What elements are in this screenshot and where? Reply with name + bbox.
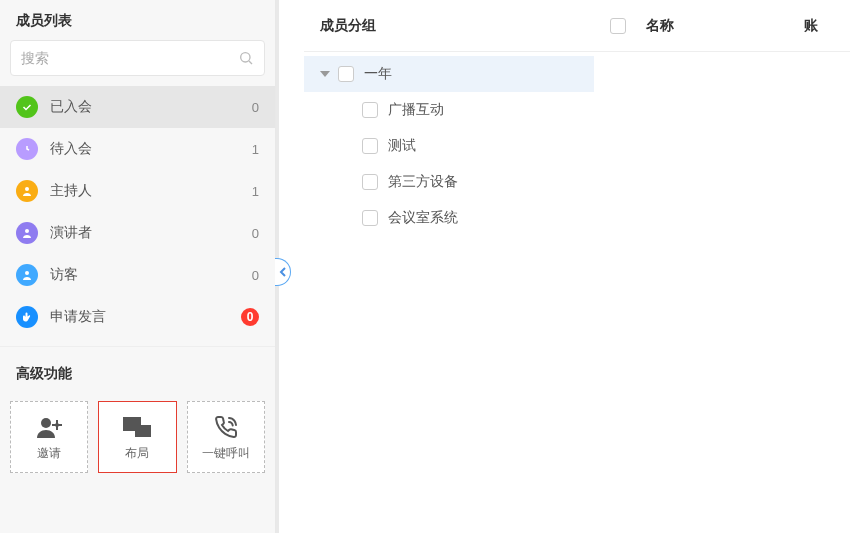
tree-child-row[interactable]: 第三方设备	[304, 164, 594, 200]
category-count-badge: 0	[241, 308, 259, 326]
tree-child-row[interactable]: 广播互动	[304, 92, 594, 128]
sidebar-title: 成员列表	[0, 0, 275, 40]
group-panel: 成员分组 一年 广播互动 测试	[304, 0, 594, 533]
tree-children: 广播互动 测试 第三方设备 会议室系统	[304, 92, 594, 236]
column-name: 名称	[640, 17, 790, 35]
select-all-checkbox[interactable]	[610, 18, 626, 34]
category-label: 申请发言	[50, 308, 241, 326]
category-label: 演讲者	[50, 224, 252, 242]
checkbox[interactable]	[362, 102, 378, 118]
checkbox[interactable]	[338, 66, 354, 82]
invite-button[interactable]: 邀请	[10, 401, 88, 473]
clock-icon	[16, 138, 38, 160]
tree-root-row[interactable]: 一年	[304, 56, 594, 92]
checkbox[interactable]	[362, 138, 378, 154]
category-pending[interactable]: 待入会 1	[0, 128, 275, 170]
panel-divider	[276, 0, 304, 533]
search-wrap	[0, 40, 275, 86]
tree-label: 会议室系统	[388, 209, 458, 227]
svg-marker-11	[320, 71, 330, 77]
advanced-actions: 邀请 布局 一键呼叫	[0, 393, 275, 473]
layout-button[interactable]: 布局	[98, 401, 176, 473]
category-count: 0	[252, 268, 259, 283]
tree-label: 一年	[364, 65, 392, 83]
search-icon[interactable]	[238, 50, 254, 66]
svg-point-3	[25, 229, 29, 233]
guest-icon	[16, 264, 38, 286]
action-label: 一键呼叫	[202, 445, 250, 462]
svg-point-4	[25, 271, 29, 275]
table-header: 名称 账	[594, 0, 850, 52]
speaker-icon	[16, 222, 38, 244]
category-speaker[interactable]: 演讲者 0	[0, 212, 275, 254]
category-guest[interactable]: 访客 0	[0, 254, 275, 296]
category-list: 已入会 0 待入会 1 主持人 1 演讲者	[0, 86, 275, 338]
svg-point-0	[241, 53, 250, 62]
user-icon	[16, 180, 38, 202]
chevron-down-icon[interactable]	[318, 69, 332, 79]
search-input[interactable]	[21, 50, 238, 66]
action-label: 布局	[125, 445, 149, 462]
tree-child-row[interactable]: 测试	[304, 128, 594, 164]
tree-child-row[interactable]: 会议室系统	[304, 200, 594, 236]
call-all-button[interactable]: 一键呼叫	[187, 401, 265, 473]
svg-point-2	[25, 187, 29, 191]
invite-icon	[36, 413, 62, 441]
hand-icon	[16, 306, 38, 328]
category-host[interactable]: 主持人 1	[0, 170, 275, 212]
svg-line-1	[249, 61, 252, 64]
category-count: 0	[252, 226, 259, 241]
phone-icon	[214, 413, 238, 441]
category-joined[interactable]: 已入会 0	[0, 86, 275, 128]
category-count: 1	[252, 184, 259, 199]
category-label: 访客	[50, 266, 252, 284]
svg-rect-8	[52, 424, 62, 426]
category-label: 主持人	[50, 182, 252, 200]
tree-label: 测试	[388, 137, 416, 155]
svg-point-5	[41, 418, 51, 428]
layout-icon	[123, 413, 151, 441]
group-tree: 一年 广播互动 测试 第三方设备	[304, 52, 594, 236]
main-area: 成员分组 一年 广播互动 测试	[304, 0, 850, 533]
table-panel: 名称 账	[594, 0, 850, 533]
tree-label: 广播互动	[388, 101, 444, 119]
check-circle-icon	[16, 96, 38, 118]
category-label: 待入会	[50, 140, 252, 158]
checkbox[interactable]	[362, 210, 378, 226]
search-box[interactable]	[10, 40, 265, 76]
sidebar: 成员列表 已入会 0 待入会 1	[0, 0, 276, 533]
group-panel-title: 成员分组	[304, 0, 594, 52]
tree-label: 第三方设备	[388, 173, 458, 191]
checkbox[interactable]	[362, 174, 378, 190]
collapse-handle[interactable]	[275, 258, 291, 286]
column-account: 账	[804, 17, 834, 35]
category-label: 已入会	[50, 98, 252, 116]
action-label: 邀请	[37, 445, 61, 462]
category-request-speak[interactable]: 申请发言 0	[0, 296, 275, 338]
svg-rect-10	[135, 425, 151, 437]
category-count: 0	[252, 100, 259, 115]
category-count: 1	[252, 142, 259, 157]
advanced-section-title: 高级功能	[0, 346, 275, 393]
